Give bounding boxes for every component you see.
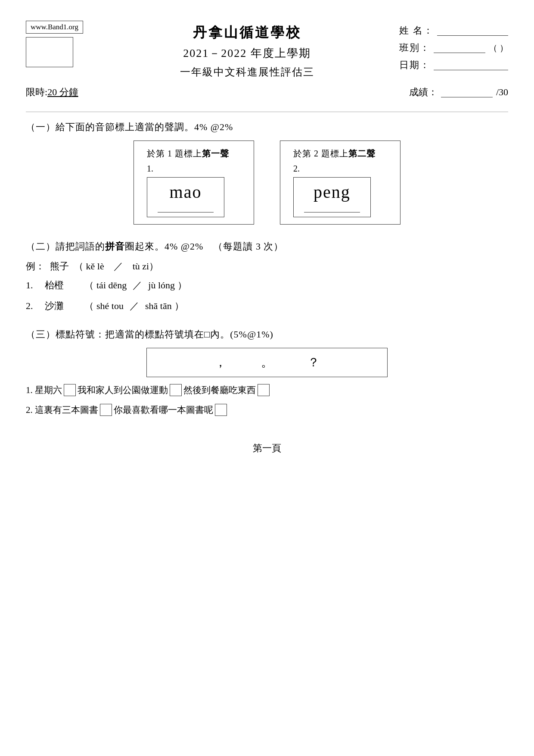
example-row: 例： 熊子 （ kě lè ／ tù zi） [26,260,508,273]
exam-page: www.Band1.org 丹拿山循道學校 2021－2022 年度上學期 一年… [0,0,534,756]
time-score-row: 限時:20 分鐘 成績： /30 [26,86,508,99]
divider [26,112,508,112]
date-line [434,60,508,70]
punct-ref-box: ， 。 ？ [146,348,388,377]
class-field-row: 班別： （ ） [399,41,508,54]
section-three: （三）標點符號：把適當的標點符號填在□內。(5%@1%) ， 。 ？ 1. 星期… [26,328,508,416]
header-left: www.Band1.org [26,21,95,67]
section-one-title: （一）給下面的音節標上適當的聲調。4% @2% [26,121,508,134]
s2-part2: 你最喜歡看哪一本圖書呢 [114,404,213,416]
s1-part2: 我和家人到公園做運動 [78,384,168,396]
s2-fill-1 [100,404,112,416]
tone-box-2-title: 於第 2 題標上第二聲 [293,148,387,159]
page-label: 第一頁 [253,443,281,453]
name-line [437,25,509,36]
class-paren: （ ） [489,42,508,54]
example-label: 例： [26,260,45,273]
syllable-box-2: peng [293,177,371,217]
q2-slash: ／ [130,300,139,312]
header-center: 丹拿山循道學校 2021－2022 年度上學期 一年級中文科進展性評估三 [95,21,399,81]
q1-opt2: jù lóng [148,280,175,291]
time-text: 限時:20 分鐘 [26,86,78,99]
date-label: 日期： [399,59,430,72]
tone-box-2: 於第 2 題標上第二聲 2. peng [280,141,400,225]
section-one: （一）給下面的音節標上適當的聲調。4% @2% 於第 1 題標上第一聲 1. m… [26,121,508,225]
tone-num-1: 1. [147,164,241,174]
header-right: 姓 名： 班別： （ ） 日期： [399,21,508,72]
class-label: 班別： [399,41,430,54]
class-line [434,43,485,53]
date-field-row: 日期： [399,59,508,72]
s1-fill-1 [64,384,76,396]
syllable-underline-1 [158,205,214,212]
q1-num: 1. [26,280,40,291]
q2-row-2: 2. 沙灘 （ shé tou ／ shā tān ） [26,300,508,312]
sentence-2: 2. 這裏有三本圖書 你最喜歡看哪一本圖書呢 [26,404,508,416]
q2-opt1: shé tou [96,300,124,312]
s1-part3: 然後到餐廳吃東西 [183,384,256,396]
section-three-title: （三）標點符號：把適當的標點符號填在□內。(5%@1%) [26,328,508,341]
name-field-row: 姓 名： [399,24,508,37]
syllable-text-2: peng [304,182,360,202]
time-value: 20 分鐘 [47,87,78,97]
syllable-underline-2 [304,205,360,212]
s1-part1: 1. 星期六 [26,384,62,396]
q1-opt1: tái dēng [96,280,127,291]
punct-period: 。 [261,354,273,371]
website-label: www.Band1.org [26,21,83,34]
syllable-text-1: mao [158,182,214,202]
s1-fill-2 [170,384,182,396]
tone-box-1: 於第 1 題標上第一聲 1. mao [134,141,254,225]
school-name: 丹拿山循道學校 [95,21,399,44]
logo-box [26,37,73,67]
punct-question: ？ [307,354,320,371]
punct-comma: ， [214,354,227,371]
q2-num: 2. [26,300,40,312]
q2-open-paren: （ [84,300,94,312]
q2-options: （ shé tou ／ shā tān ） [84,300,184,312]
time-label: 限時: [26,87,47,97]
q1-chinese: 枱橙 [45,279,79,292]
score-label: 成績： [409,86,438,99]
q2-chinese: 沙灘 [45,300,79,312]
tone-box-1-title: 於第 1 題標上第一聲 [147,148,241,159]
score-value: /30 [496,87,508,98]
score-line [441,87,493,97]
header: www.Band1.org 丹拿山循道學校 2021－2022 年度上學期 一年… [26,21,508,81]
q2-row-1: 1. 枱橙 （ tái dēng ／ jù lóng ） [26,279,508,292]
section-two: （二）請把詞語的拼音圈起來。4% @2% （每題讀 3 次） 例： 熊子 （ k… [26,240,508,312]
year-line: 2021－2022 年度上學期 [95,44,399,63]
q2-close-paren: ） [174,300,184,312]
s2-part1: 2. 這裏有三本圖書 [26,404,98,416]
q1-close-paren: ） [177,279,187,292]
tone-boxes: 於第 1 題標上第一聲 1. mao 於第 2 題標上第二聲 2. peng [26,141,508,225]
sentence-1: 1. 星期六 我和家人到公園做運動 然後到餐廳吃東西 [26,384,508,396]
q1-slash: ／ [133,279,142,292]
exam-title: 一年級中文科進展性評估三 [95,63,399,81]
section-two-title: （二）請把詞語的拼音圈起來。4% @2% （每題讀 3 次） [26,240,508,253]
q2-opt2: shā tān [145,300,172,312]
tone-num-2: 2. [293,164,387,174]
syllable-box-1: mao [147,177,224,217]
example-options: （ kě lè ／ tù zi） [74,260,158,273]
s1-fill-3 [258,384,270,396]
q1-open-paren: （ [84,279,94,292]
q1-options: （ tái dēng ／ jù lóng ） [84,279,187,292]
page-footer: 第一頁 [26,442,508,455]
name-label: 姓 名： [399,24,434,37]
example-chinese: 熊子 [50,260,69,273]
score-row: 成績： /30 [409,86,508,99]
s2-fill-2 [215,404,227,416]
